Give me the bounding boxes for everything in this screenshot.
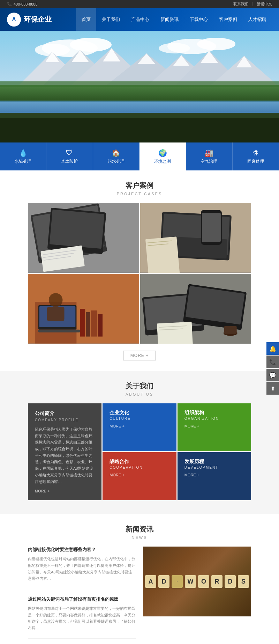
tab-soil-protection[interactable]: 🛡 水土防护 (46, 142, 93, 170)
svg-rect-51 (80, 309, 85, 337)
svg-rect-30 (50, 210, 104, 249)
top-bar-right: 联系我们 | 繁體中文 (233, 1, 272, 7)
adwords-visual: A D · W O R D S (145, 575, 249, 588)
project-grid (28, 203, 251, 344)
svg-point-6 (159, 43, 190, 53)
hero-svg (0, 31, 279, 142)
logo-icon: A (7, 13, 21, 27)
phone-number: 400-888-8888 (14, 2, 38, 6)
tab-monitoring-label: 环境监测 (154, 159, 171, 164)
tile-s: S (238, 575, 249, 588)
about-org-more[interactable]: MORE + (184, 424, 244, 428)
nav-about[interactable]: 关于我们 (96, 8, 126, 31)
logo-text: 环保企业 (24, 15, 52, 24)
about-coop-more[interactable]: MORE + (110, 473, 169, 477)
nav-recruit[interactable]: 人才招聘 (243, 8, 272, 31)
tab-sewage[interactable]: 🏠 污水处理 (93, 142, 140, 170)
about-dev-card[interactable]: 发展历程 DEVELOPMENT MORE + (178, 452, 251, 500)
tab-monitoring[interactable]: 🌍 环境监测 (140, 142, 186, 170)
project-title: 客户案例 (0, 181, 279, 190)
about-coop-sub: COOPERATION (110, 466, 169, 469)
project-more-btn[interactable]: MORE + (123, 351, 156, 360)
tile-a: A (145, 575, 156, 588)
svg-point-49 (49, 293, 63, 307)
svg-rect-52 (86, 312, 90, 337)
svg-rect-50 (47, 307, 65, 321)
tab-water-treatment[interactable]: 💧 水域处理 (0, 142, 46, 170)
tile-r: R (211, 575, 223, 588)
phone-icon: 📞 (7, 2, 12, 6)
nav-news[interactable]: 新闻资讯 (155, 8, 184, 31)
svg-point-5 (197, 38, 235, 50)
project-image-3[interactable] (28, 274, 139, 344)
service-tabs: 💧 水域处理 🛡 水土防护 🏠 污水处理 🌍 环境监测 🏭 空气治理 ⚗ 固废处… (0, 142, 279, 170)
air-icon: 🏭 (205, 149, 213, 157)
about-subtitle: ABOUT US (0, 392, 279, 396)
news-item-2: 通过网站关键词布局了解没有首页排名的原因 网站关键词布局对于一个网站来说是非常重… (28, 596, 136, 639)
news-item-2-content: 网站关键词布局对于一个网站来说是非常重要的，一好的布局既是一个好的建页，只要内容… (28, 605, 136, 631)
svg-rect-54 (98, 314, 103, 337)
top-bar-left: 📞 400-888-8888 (7, 2, 38, 6)
tile-w: W (185, 575, 196, 588)
top-bar: 📞 400-888-8888 联系我们 | 繁體中文 (0, 0, 279, 8)
news-item-1-title[interactable]: 内部链接优化时要注意哪些内容？ (28, 547, 136, 553)
tile-dot: · (172, 575, 183, 588)
about-coop-card[interactable]: 战略合作 COOPERATION MORE + (103, 452, 176, 500)
project-subtitle: PROJECT CASES (0, 192, 279, 196)
about-main-more[interactable]: MORE + (35, 489, 95, 493)
about-dev-title: 发展历程 (184, 459, 244, 465)
news-image: A D · W O R D S (143, 547, 251, 616)
float-phone-btn[interactable]: 📞 (266, 356, 279, 368)
soil-protection-icon: 🛡 (66, 149, 73, 157)
project-section: 客户案例 PROJECT CASES (0, 170, 279, 371)
monitoring-icon: 🌍 (158, 149, 167, 157)
nav-products[interactable]: 产品中心 (126, 8, 155, 31)
about-coop-title: 战略合作 (110, 459, 169, 465)
tab-waste[interactable]: ⚗ 固废处理 (233, 142, 279, 170)
svg-rect-21 (0, 85, 279, 102)
news-item-1: 内部链接优化时要注意哪些内容？ 内部链接优化也是对网站内部链接进行优化，在内部优… (28, 547, 136, 589)
about-culture-more[interactable]: MORE + (110, 424, 169, 428)
language-link[interactable]: 繁體中文 (257, 1, 272, 7)
header: A 环保企业 首页 关于我们 产品中心 新闻资讯 下载中心 客户案例 人才招聘 (0, 8, 279, 31)
news-item-1-content: 内部链接优化也是对网站内部链接进行优化，在内部优化中，分配的权重是不一样的，并且… (28, 556, 136, 582)
nav-cases[interactable]: 客户案例 (213, 8, 243, 31)
about-culture-title: 企业文化 (110, 410, 169, 416)
contact-link[interactable]: 联系我们 (233, 1, 249, 7)
project-image-1[interactable] (28, 203, 139, 273)
about-main-content: 绿色环保是指人类为了保护大自然而采取的一种行为。这里是绿色环保标志的来父是，标志… (35, 426, 95, 485)
about-org-card[interactable]: 组织架构 ORGANIZATION MORE + (178, 403, 251, 451)
float-chat-btn[interactable]: 💬 (266, 369, 279, 381)
sewage-icon: 🏠 (112, 149, 120, 157)
news-grid: 内部链接优化时要注意哪些内容？ 内部链接优化也是对网站内部链接进行优化，在内部优… (28, 547, 251, 644)
about-section: 关于我们 ABOUT US 公司简介 COMPANY PROFILE 绿色环保是… (0, 371, 279, 514)
hero-banner (0, 31, 279, 142)
project-image-4[interactable] (140, 274, 251, 344)
about-main-title: 公司简介 (35, 410, 95, 417)
logo[interactable]: A 环保企业 (7, 13, 63, 27)
project-image-2[interactable] (140, 203, 251, 273)
about-culture-card[interactable]: 企业文化 CULTURE MORE + (103, 403, 176, 451)
tab-waste-label: 固废处理 (247, 159, 264, 164)
pipe-divider: | (252, 1, 253, 7)
about-org-sub: ORGANIZATION (184, 417, 244, 420)
float-notify-btn[interactable]: 🔔 (266, 342, 279, 355)
nav-download[interactable]: 下载中心 (184, 8, 213, 31)
project-img-svg-3 (28, 274, 139, 344)
news-subtitle: NEWS (0, 535, 279, 540)
nav-home[interactable]: 首页 (76, 8, 96, 31)
svg-rect-41 (145, 236, 180, 273)
float-top-btn[interactable]: ⬆ (266, 382, 279, 395)
tab-soil-protection-label: 水土防护 (61, 158, 78, 164)
tile-d: D (158, 575, 169, 588)
main-nav: 首页 关于我们 产品中心 新闻资讯 下载中心 客户案例 人才招聘 (76, 8, 272, 31)
about-main-card: 公司简介 COMPANY PROFILE 绿色环保是指人类为了保护大自然而采取的… (28, 403, 101, 500)
about-dev-sub: DEVELOPMENT (184, 466, 244, 469)
svg-rect-66 (224, 326, 236, 334)
news-item-2-title[interactable]: 通过网站关键词布局了解没有首页排名的原因 (28, 596, 136, 602)
project-img-svg-4 (140, 274, 251, 344)
news-title: 新闻资讯 (0, 525, 279, 534)
about-title-area: 关于我们 ABOUT US (0, 371, 279, 403)
about-dev-more[interactable]: MORE + (184, 473, 244, 477)
tab-air[interactable]: 🏭 空气治理 (186, 142, 232, 170)
